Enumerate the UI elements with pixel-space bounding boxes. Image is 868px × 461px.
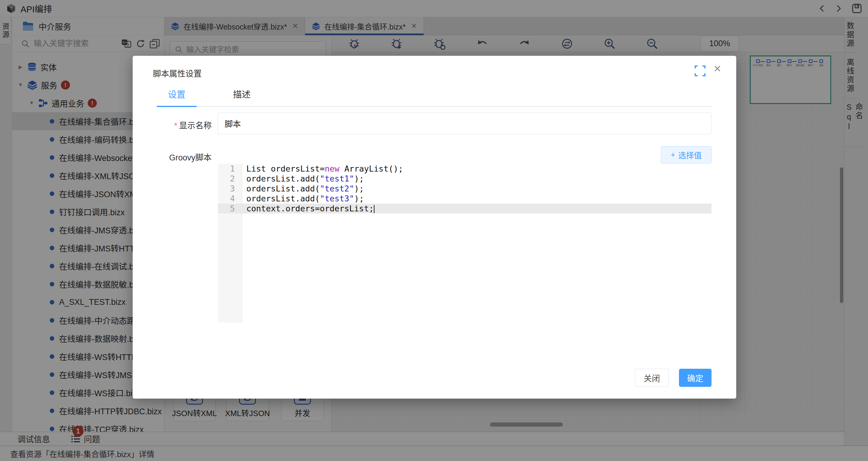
text-cursor <box>374 205 374 213</box>
line-number: 3 <box>218 184 242 193</box>
select-value-button[interactable]: + 选择值 <box>661 146 712 163</box>
plus-icon: + <box>671 150 675 159</box>
code-text: ordersList.add("test1"); <box>242 174 364 184</box>
tab-divider <box>157 106 712 107</box>
tab-description[interactable]: 描述 <box>222 87 262 108</box>
display-name-input[interactable] <box>218 113 712 134</box>
line-number: 1 <box>218 164 242 174</box>
tab-settings[interactable]: 设置 <box>157 87 196 108</box>
code-text: List ordersList=new ArrayList(); <box>242 164 403 174</box>
code-line[interactable]: 5context.orders=ordersList; <box>218 204 712 213</box>
close-button[interactable]: 关闭 <box>635 369 669 387</box>
code-line[interactable]: 2ordersList.add("test1"); <box>218 174 712 184</box>
groovy-script-label: Groovy脚本 <box>163 151 212 163</box>
line-number: 2 <box>218 174 242 184</box>
dialog-tabs: 设置 描述 <box>157 87 262 108</box>
code-text: context.orders=ordersList; <box>242 204 374 213</box>
close-icon[interactable]: ✕ <box>713 63 721 74</box>
line-number: 5 <box>218 204 242 213</box>
code-text: ordersList.add("test2"); <box>242 184 364 193</box>
ok-button[interactable]: 确定 <box>679 369 712 387</box>
app-window: API编排 资源 中介服务 文En <box>0 0 868 461</box>
code-line[interactable]: 1List ordersList=new ArrayList(); <box>218 164 712 174</box>
script-properties-dialog: 脚本属性设置 ✕ 设置 描述 *显示名称 Groovy脚本 + 选择值 1Lis… <box>133 56 736 399</box>
display-name-label: *显示名称 <box>145 119 212 131</box>
fullscreen-icon[interactable] <box>694 65 706 77</box>
dialog-title: 脚本属性设置 <box>153 67 202 79</box>
code-line[interactable]: 4ordersList.add("test3"); <box>218 193 712 204</box>
code-text: ordersList.add("test3"); <box>242 193 364 204</box>
groovy-code-editor[interactable]: 1List ordersList=new ArrayList();2orders… <box>218 164 712 322</box>
required-asterisk: * <box>174 121 177 130</box>
code-line[interactable]: 3ordersList.add("test2"); <box>218 184 712 193</box>
line-number: 4 <box>218 193 242 204</box>
